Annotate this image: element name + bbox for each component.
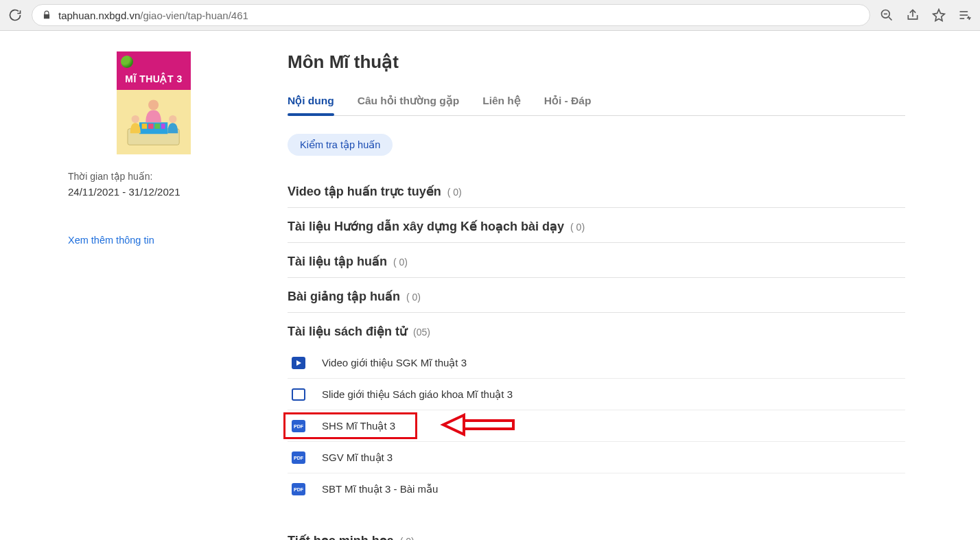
logo-leaf-icon — [121, 56, 133, 68]
doc-item-shs[interactable]: PDF SHS Mĩ Thuật 3 — [288, 410, 905, 442]
pdf-icon: PDF — [292, 451, 305, 464]
reload-icon[interactable] — [8, 8, 22, 22]
svg-point-8 — [132, 115, 139, 123]
highlight-arrow-icon — [435, 411, 517, 441]
sidebar: MĨ THUẬT 3 — [61, 51, 240, 540]
section-video-online: Video tập huấn trực tuyến ( 0) — [288, 173, 905, 208]
more-info-link[interactable]: Xem thêm thông tin — [68, 235, 154, 246]
tab-qa[interactable]: Hỏi - Đáp — [544, 91, 592, 115]
star-icon[interactable] — [932, 8, 946, 22]
tab-bar: Nội dung Câu hỏi thường gặp Liên hệ Hỏi … — [288, 91, 905, 116]
doc-item-intro-video[interactable]: Video giới thiệu SGK Mĩ thuật 3 — [288, 347, 905, 379]
svg-rect-3 — [142, 124, 148, 129]
section-demo-lesson: Tiết học minh họa ( 0) — [288, 522, 905, 540]
svg-rect-10 — [464, 421, 513, 429]
training-period-dates: 24/11/2021 - 31/12/2021 — [68, 186, 180, 198]
tab-faq[interactable]: Câu hỏi thường gặp — [358, 91, 459, 115]
section-plan-guide: Tài liệu Hướng dẫn xây dựng Kế hoạch bài… — [288, 208, 905, 243]
section-lecture: Bài giảng tập huấn ( 0) — [288, 278, 905, 313]
doc-item-sgv[interactable]: PDF SGV Mĩ thuật 3 — [288, 442, 905, 473]
tab-content[interactable]: Nội dung — [288, 91, 334, 115]
doc-item-sbt[interactable]: PDF SBT Mĩ thuật 3 - Bài mẫu — [288, 473, 905, 504]
svg-rect-6 — [161, 124, 165, 129]
slide-icon — [292, 388, 305, 401]
cover-illustration — [120, 93, 187, 152]
exam-button[interactable]: Kiểm tra tập huấn — [288, 134, 393, 156]
browser-action-icons — [880, 8, 972, 22]
svg-rect-5 — [155, 124, 161, 129]
tab-contact[interactable]: Liên hệ — [482, 91, 521, 115]
section-ebook: Tài liệu sách điện tử (05) — [288, 313, 905, 347]
lock-icon — [42, 10, 51, 20]
pdf-icon: PDF — [292, 420, 305, 432]
section-train-doc: Tài liệu tập huấn ( 0) — [288, 243, 905, 278]
zoom-out-icon[interactable] — [880, 8, 894, 22]
video-icon — [292, 357, 305, 369]
cover-title: MĨ THUẬT 3 — [117, 73, 191, 84]
main-content: Môn Mĩ thuật Nội dung Câu hỏi thường gặp… — [288, 51, 919, 540]
svg-rect-4 — [148, 124, 154, 129]
training-period-label: Thời gian tập huấn: — [68, 171, 153, 182]
svg-point-9 — [170, 115, 177, 123]
url-text: taphuan.nxbgd.vn/giao-vien/tap-huan/461 — [58, 10, 248, 21]
url-bar[interactable]: taphuan.nxbgd.vn/giao-vien/tap-huan/461 — [32, 4, 870, 26]
page-title: Môn Mĩ thuật — [288, 51, 905, 73]
pdf-icon: PDF — [292, 483, 305, 495]
svg-point-7 — [148, 99, 159, 110]
browser-toolbar: taphuan.nxbgd.vn/giao-vien/tap-huan/461 — [0, 0, 980, 31]
reading-list-icon[interactable] — [958, 8, 972, 22]
share-icon[interactable] — [906, 8, 920, 22]
doc-item-intro-slide[interactable]: Slide giới thiệu Sách giáo khoa Mĩ thuật… — [288, 379, 905, 410]
book-cover: MĨ THUẬT 3 — [117, 51, 191, 154]
